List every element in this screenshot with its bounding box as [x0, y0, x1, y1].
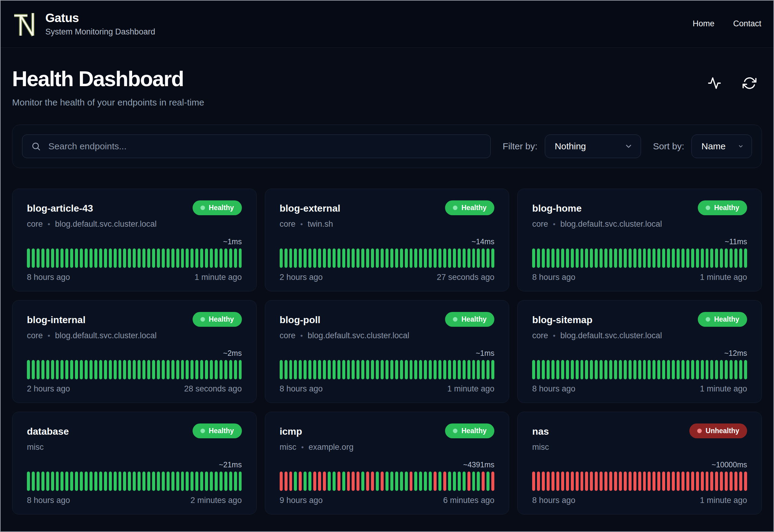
uptime-bar-up[interactable]	[624, 248, 627, 268]
uptime-bar-up[interactable]	[85, 360, 88, 379]
uptime-bar-up[interactable]	[400, 248, 403, 268]
uptime-bar-up[interactable]	[200, 472, 203, 491]
uptime-bar-up[interactable]	[142, 360, 145, 379]
uptime-bar-up[interactable]	[390, 472, 393, 491]
uptime-bar-up[interactable]	[614, 360, 617, 379]
uptime-bar-up[interactable]	[70, 360, 73, 379]
uptime-bar-up[interactable]	[730, 360, 733, 379]
uptime-bar-down[interactable]	[285, 472, 288, 491]
uptime-bar-up[interactable]	[32, 248, 35, 268]
uptime-bar-up[interactable]	[41, 248, 44, 268]
uptime-bar-up[interactable]	[56, 360, 59, 379]
uptime-bar-down[interactable]	[337, 472, 340, 491]
uptime-bar-up[interactable]	[744, 248, 747, 268]
uptime-bar-up[interactable]	[686, 360, 689, 379]
uptime-bar-up[interactable]	[667, 248, 670, 268]
uptime-bar-up[interactable]	[220, 472, 223, 491]
uptime-bar-down[interactable]	[720, 472, 723, 491]
uptime-bar-up[interactable]	[561, 248, 564, 268]
uptime-bar-down[interactable]	[551, 472, 554, 491]
uptime-bar-up[interactable]	[434, 248, 437, 268]
uptime-bar-up[interactable]	[547, 360, 550, 379]
uptime-bar-up[interactable]	[414, 360, 417, 379]
uptime-bar-down[interactable]	[633, 472, 636, 491]
uptime-bar-down[interactable]	[701, 472, 704, 491]
uptime-bar-down[interactable]	[710, 472, 713, 491]
uptime-bar-up[interactable]	[32, 472, 35, 491]
uptime-bar-up[interactable]	[186, 248, 189, 268]
uptime-bar-up[interactable]	[171, 360, 174, 379]
uptime-bar-up[interactable]	[104, 360, 107, 379]
uptime-bar-down[interactable]	[619, 472, 622, 491]
uptime-bar-up[interactable]	[133, 472, 136, 491]
uptime-bar-up[interactable]	[366, 248, 369, 268]
endpoint-card[interactable]: database Healthy misc ~21ms 8 hours ago …	[12, 412, 257, 514]
uptime-bar-up[interactable]	[328, 472, 331, 491]
uptime-bar-up[interactable]	[590, 360, 593, 379]
uptime-bar-up[interactable]	[176, 360, 179, 379]
uptime-bar-up[interactable]	[633, 248, 636, 268]
uptime-bar-up[interactable]	[41, 360, 44, 379]
uptime-bar-down[interactable]	[652, 472, 655, 491]
uptime-bar-up[interactable]	[547, 248, 550, 268]
uptime-bar-up[interactable]	[337, 248, 340, 268]
uptime-bar-up[interactable]	[376, 472, 379, 491]
uptime-bar-up[interactable]	[337, 360, 340, 379]
uptime-bar-up[interactable]	[210, 472, 213, 491]
uptime-bar-up[interactable]	[289, 360, 292, 379]
uptime-bar-up[interactable]	[65, 360, 68, 379]
uptime-bar-up[interactable]	[234, 360, 237, 379]
uptime-bar-down[interactable]	[657, 472, 660, 491]
uptime-bar-up[interactable]	[186, 472, 189, 491]
uptime-bar-down[interactable]	[725, 472, 728, 491]
uptime-bar-up[interactable]	[294, 360, 297, 379]
uptime-bar-down[interactable]	[482, 472, 485, 491]
uptime-bar-up[interactable]	[352, 248, 355, 268]
uptime-bar-up[interactable]	[181, 360, 184, 379]
uptime-bar-up[interactable]	[414, 248, 417, 268]
uptime-bar-up[interactable]	[142, 248, 145, 268]
uptime-bar-up[interactable]	[424, 248, 427, 268]
uptime-bar-up[interactable]	[576, 248, 579, 268]
search-input[interactable]	[22, 135, 491, 158]
uptime-bar-up[interactable]	[46, 472, 49, 491]
uptime-bar-up[interactable]	[542, 248, 545, 268]
uptime-bar-down[interactable]	[323, 472, 326, 491]
uptime-bar-up[interactable]	[342, 248, 345, 268]
uptime-bar-up[interactable]	[472, 248, 475, 268]
uptime-bar-up[interactable]	[581, 360, 584, 379]
uptime-bar-up[interactable]	[438, 360, 441, 379]
uptime-bar-up[interactable]	[37, 248, 40, 268]
uptime-bar-up[interactable]	[710, 248, 713, 268]
uptime-bar-up[interactable]	[390, 360, 393, 379]
uptime-bar-up[interactable]	[313, 248, 316, 268]
uptime-bar-up[interactable]	[371, 360, 374, 379]
uptime-bar-up[interactable]	[730, 248, 733, 268]
uptime-bar-up[interactable]	[142, 472, 145, 491]
uptime-bar-up[interactable]	[37, 360, 40, 379]
endpoint-card[interactable]: blog-sitemap Healthy core • blog.default…	[517, 300, 762, 403]
endpoint-card[interactable]: nas Unhealthy misc ~10000ms 8 hours ago …	[517, 412, 762, 514]
uptime-bar-up[interactable]	[280, 248, 283, 268]
uptime-bar-up[interactable]	[152, 472, 155, 491]
uptime-bar-up[interactable]	[662, 360, 665, 379]
uptime-bar-up[interactable]	[176, 248, 179, 268]
uptime-bar-up[interactable]	[532, 360, 535, 379]
uptime-bar-up[interactable]	[419, 248, 422, 268]
uptime-bar-up[interactable]	[453, 472, 456, 491]
uptime-bar-up[interactable]	[667, 360, 670, 379]
uptime-bar-up[interactable]	[162, 360, 165, 379]
uptime-bar-up[interactable]	[381, 360, 384, 379]
uptime-bar-up[interactable]	[696, 360, 699, 379]
uptime-bar-up[interactable]	[701, 360, 704, 379]
uptime-bar-up[interactable]	[681, 360, 685, 379]
uptime-bar-down[interactable]	[381, 472, 384, 491]
uptime-bar-down[interactable]	[667, 472, 670, 491]
uptime-bar-up[interactable]	[27, 360, 30, 379]
uptime-bar-up[interactable]	[463, 472, 466, 491]
uptime-bar-down[interactable]	[600, 472, 603, 491]
uptime-bar-up[interactable]	[595, 248, 598, 268]
uptime-bar-up[interactable]	[147, 248, 150, 268]
uptime-bar-down[interactable]	[467, 472, 470, 491]
uptime-bar-down[interactable]	[744, 472, 747, 491]
